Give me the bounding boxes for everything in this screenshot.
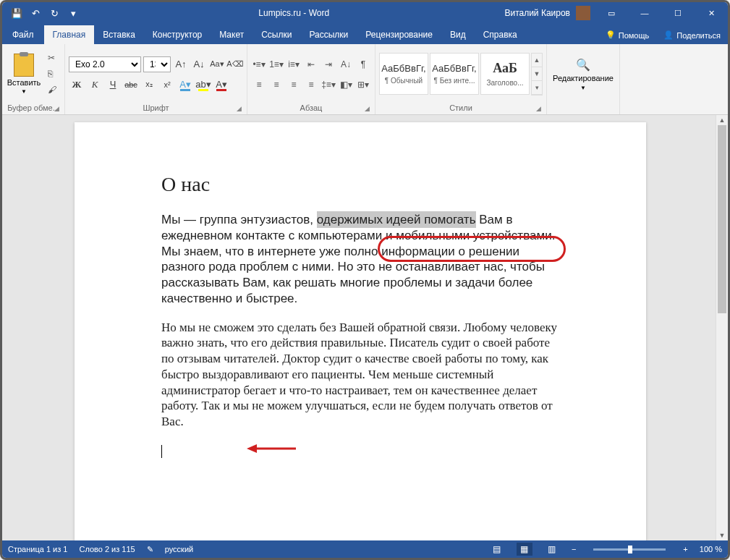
tab-references[interactable]: Ссылки — [252, 25, 300, 44]
group-font: Exo 2.0 13 A↑ A↓ Aa▾ A⌫ Ж К Ч abc x₂ x² … — [65, 44, 247, 114]
numbering-icon[interactable]: 1≡▾ — [268, 56, 284, 72]
sort-icon[interactable]: A↓ — [338, 56, 354, 72]
copy-icon[interactable]: ⎘ — [48, 69, 61, 80]
status-page[interactable]: Страница 1 из 1 — [8, 545, 67, 553]
group-styles: АаБбВвГг, ¶ Обычный АаБбВвГг, ¶ Без инте… — [375, 44, 547, 114]
clipboard-icon — [14, 54, 34, 77]
subscript-button[interactable]: x₂ — [141, 77, 157, 93]
dialog-launcher-icon[interactable]: ◢ — [365, 105, 370, 112]
read-mode-icon[interactable]: ▤ — [489, 543, 505, 556]
tell-me-button[interactable]: 💡 Помощь — [598, 26, 657, 44]
search-icon: 🔍 — [576, 58, 590, 72]
paste-button[interactable]: Вставить ▼ — [6, 54, 42, 95]
multilevel-icon[interactable]: i≡▾ — [286, 56, 302, 72]
gallery-up-icon[interactable]: ▲ — [532, 54, 542, 67]
chevron-down-icon: ▼ — [580, 85, 586, 91]
dialog-launcher-icon[interactable]: ◢ — [237, 105, 242, 112]
font-size-combo[interactable]: 13 — [143, 56, 171, 72]
gallery-down-icon[interactable]: ▼ — [532, 67, 542, 81]
align-center-icon[interactable]: ≡ — [268, 77, 284, 93]
shrink-font-icon[interactable]: A↓ — [191, 56, 207, 72]
group-label-paragraph: Абзац ◢ — [251, 102, 371, 114]
grow-font-icon[interactable]: A↑ — [173, 56, 189, 72]
clear-formatting-icon[interactable]: A⌫ — [227, 56, 243, 72]
superscript-button[interactable]: x² — [159, 77, 175, 93]
tab-help[interactable]: Справка — [475, 25, 526, 44]
tab-layout[interactable]: Макет — [211, 25, 252, 44]
dialog-launcher-icon[interactable]: ◢ — [536, 105, 541, 112]
zoom-level[interactable]: 100 % — [700, 545, 722, 553]
increase-indent-icon[interactable]: ⇥ — [321, 56, 336, 72]
minimize-icon[interactable]: — — [628, 2, 661, 24]
cut-icon[interactable]: ✂ — [48, 53, 61, 64]
scroll-up-icon[interactable]: ▲ — [716, 115, 728, 125]
user-name: Виталий Каиров — [504, 8, 570, 18]
gallery-more-icon[interactable]: ▾ — [532, 81, 542, 95]
underline-button[interactable]: Ч — [105, 77, 121, 93]
dialog-launcher-icon[interactable]: ◢ — [54, 105, 59, 112]
strike-button[interactable]: abc — [123, 77, 139, 93]
tab-file[interactable]: Файл — [2, 25, 44, 44]
paragraph-2: Но мы не сможем это сделать без Вашей об… — [161, 320, 559, 430]
style-normal[interactable]: АаБбВвГг, ¶ Обычный — [379, 53, 428, 95]
group-editing: 🔍 Редактирование ▼ — [547, 44, 620, 114]
zoom-handle[interactable] — [628, 546, 632, 553]
maximize-icon[interactable]: ☐ — [661, 2, 695, 24]
group-label-font: Шрифт ◢ — [69, 102, 243, 114]
zoom-in-icon[interactable]: + — [683, 545, 687, 553]
user-avatar-icon — [576, 6, 590, 20]
status-bar: Страница 1 из 1 Слово 2 из 115 ✎ русский… — [2, 540, 728, 558]
font-name-combo[interactable]: Exo 2.0 — [69, 56, 141, 72]
tab-mailings[interactable]: Рассылки — [300, 25, 357, 44]
zoom-slider[interactable] — [593, 548, 666, 551]
ribbon-options-icon[interactable]: ▭ — [595, 2, 628, 24]
editing-button[interactable]: 🔍 Редактирование ▼ — [551, 58, 616, 91]
proofing-icon[interactable]: ✎ — [147, 545, 153, 554]
change-case-icon[interactable]: Aa▾ — [209, 56, 225, 72]
highlight-color-icon[interactable]: ab▾ — [195, 77, 211, 93]
status-language[interactable]: русский — [165, 545, 193, 553]
status-words[interactable]: Слово 2 из 115 — [79, 545, 135, 553]
qat-dropdown-icon[interactable]: ▾ — [66, 6, 80, 20]
style-nospacing[interactable]: АаБбВвГг, ¶ Без инте... — [430, 53, 479, 95]
justify-icon[interactable]: ≡ — [303, 77, 319, 93]
document-page[interactable]: О нас Мы — группа энтузиастов, одержимых… — [75, 122, 646, 540]
gallery-nav: ▲ ▼ ▾ — [531, 53, 543, 96]
bullets-icon[interactable]: •≡▾ — [251, 56, 267, 72]
scroll-down-icon[interactable]: ▼ — [716, 530, 728, 540]
close-icon[interactable]: ✕ — [695, 2, 728, 24]
decrease-indent-icon[interactable]: ⇤ — [303, 56, 319, 72]
borders-icon[interactable]: ⊞▾ — [355, 77, 371, 93]
tab-home[interactable]: Главная — [44, 25, 95, 44]
italic-button[interactable]: К — [87, 77, 103, 93]
font-color-icon[interactable]: A▾ — [213, 77, 229, 93]
align-left-icon[interactable]: ≡ — [251, 77, 267, 93]
save-icon[interactable]: 💾 — [9, 6, 24, 20]
tab-view[interactable]: Вид — [441, 25, 475, 44]
format-painter-icon[interactable]: 🖌 — [48, 85, 61, 96]
style-heading[interactable]: АаБ Заголово... — [480, 53, 530, 95]
undo-icon[interactable]: ↶ — [28, 6, 43, 20]
tab-insert[interactable]: Вставка — [94, 25, 144, 44]
tab-design[interactable]: Конструктор — [144, 25, 211, 44]
line-spacing-icon[interactable]: ‡≡▾ — [321, 77, 336, 93]
web-layout-icon[interactable]: ▥ — [544, 543, 560, 556]
selected-text: одержимых идеей помогать — [317, 211, 476, 228]
scroll-thumb[interactable] — [718, 125, 726, 313]
vertical-scrollbar[interactable]: ▲ ▼ — [716, 115, 728, 540]
print-layout-icon[interactable]: ▦ — [517, 543, 532, 556]
share-button[interactable]: 👤 Поделиться — [656, 26, 728, 44]
align-right-icon[interactable]: ≡ — [286, 77, 302, 93]
group-clipboard: Вставить ▼ ✂ ⎘ 🖌 Буфер обме... ◢ — [2, 44, 65, 114]
text-effects-icon[interactable]: A▾ — [177, 77, 193, 93]
tab-review[interactable]: Рецензирование — [357, 25, 441, 44]
show-marks-icon[interactable]: ¶ — [355, 56, 371, 72]
shading-icon[interactable]: ◧▾ — [338, 77, 354, 93]
ribbon-tabs: Файл Главная Вставка Конструктор Макет С… — [2, 24, 728, 44]
group-label-clipboard: Буфер обме... ◢ — [6, 102, 61, 114]
user-area[interactable]: Виталий Каиров — [500, 6, 595, 20]
window-controls: ▭ — ☐ ✕ — [595, 2, 728, 24]
redo-icon[interactable]: ↻ — [47, 6, 61, 20]
bold-button[interactable]: Ж — [69, 77, 85, 93]
zoom-out-icon[interactable]: − — [572, 545, 576, 553]
